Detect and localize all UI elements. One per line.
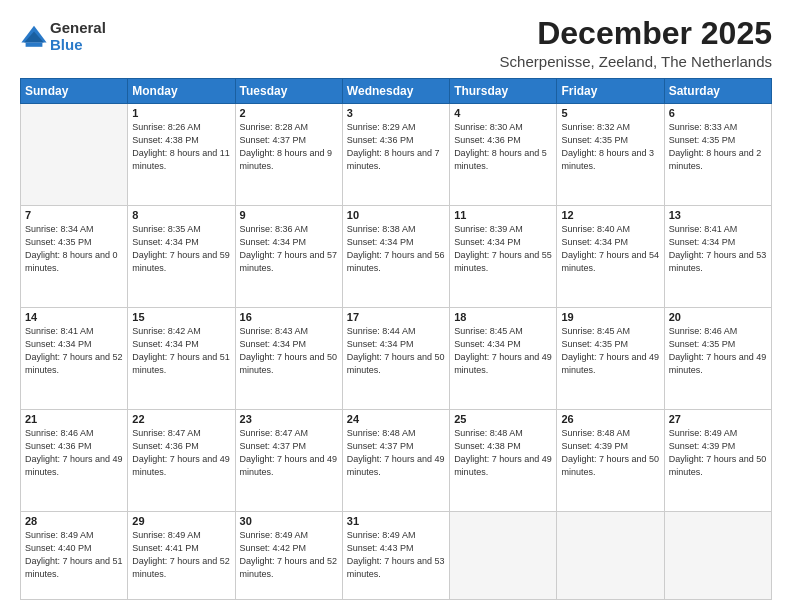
daylight-text: Daylight: 7 hours and 50 minutes.	[669, 454, 767, 477]
table-row: 9 Sunrise: 8:36 AM Sunset: 4:34 PM Dayli…	[235, 206, 342, 308]
sunrise-text: Sunrise: 8:46 AM	[25, 428, 94, 438]
table-row: 6 Sunrise: 8:33 AM Sunset: 4:35 PM Dayli…	[664, 104, 771, 206]
daylight-text: Daylight: 7 hours and 50 minutes.	[561, 454, 659, 477]
daylight-text: Daylight: 7 hours and 51 minutes.	[25, 556, 123, 579]
daylight-text: Daylight: 7 hours and 50 minutes.	[347, 352, 445, 375]
calendar-header-row: Sunday Monday Tuesday Wednesday Thursday…	[21, 79, 772, 104]
sunrise-text: Sunrise: 8:29 AM	[347, 122, 416, 132]
day-number: 31	[347, 515, 445, 527]
sunrise-text: Sunrise: 8:33 AM	[669, 122, 738, 132]
daylight-text: Daylight: 7 hours and 51 minutes.	[132, 352, 230, 375]
day-number: 12	[561, 209, 659, 221]
sunset-text: Sunset: 4:35 PM	[669, 339, 736, 349]
calendar-table: Sunday Monday Tuesday Wednesday Thursday…	[20, 78, 772, 600]
day-number: 28	[25, 515, 123, 527]
daylight-text: Daylight: 8 hours and 2 minutes.	[669, 148, 762, 171]
table-row: 26 Sunrise: 8:48 AM Sunset: 4:39 PM Dayl…	[557, 410, 664, 512]
table-row: 1 Sunrise: 8:26 AM Sunset: 4:38 PM Dayli…	[128, 104, 235, 206]
sunrise-text: Sunrise: 8:45 AM	[454, 326, 523, 336]
day-info: Sunrise: 8:48 AM Sunset: 4:38 PM Dayligh…	[454, 427, 552, 479]
day-info: Sunrise: 8:49 AM Sunset: 4:39 PM Dayligh…	[669, 427, 767, 479]
sunset-text: Sunset: 4:36 PM	[132, 441, 199, 451]
sunset-text: Sunset: 4:39 PM	[561, 441, 628, 451]
col-tuesday: Tuesday	[235, 79, 342, 104]
day-number: 2	[240, 107, 338, 119]
day-info: Sunrise: 8:47 AM Sunset: 4:37 PM Dayligh…	[240, 427, 338, 479]
sunrise-text: Sunrise: 8:35 AM	[132, 224, 201, 234]
day-number: 11	[454, 209, 552, 221]
daylight-text: Daylight: 7 hours and 54 minutes.	[561, 250, 659, 273]
table-row: 11 Sunrise: 8:39 AM Sunset: 4:34 PM Dayl…	[450, 206, 557, 308]
sunrise-text: Sunrise: 8:49 AM	[25, 530, 94, 540]
table-row: 14 Sunrise: 8:41 AM Sunset: 4:34 PM Dayl…	[21, 308, 128, 410]
daylight-text: Daylight: 8 hours and 7 minutes.	[347, 148, 440, 171]
sunset-text: Sunset: 4:37 PM	[240, 441, 307, 451]
sunset-text: Sunset: 4:35 PM	[25, 237, 92, 247]
day-number: 29	[132, 515, 230, 527]
daylight-text: Daylight: 7 hours and 53 minutes.	[347, 556, 445, 579]
sunset-text: Sunset: 4:36 PM	[347, 135, 414, 145]
day-number: 16	[240, 311, 338, 323]
day-number: 23	[240, 413, 338, 425]
sunrise-text: Sunrise: 8:49 AM	[669, 428, 738, 438]
sunrise-text: Sunrise: 8:48 AM	[454, 428, 523, 438]
table-row: 22 Sunrise: 8:47 AM Sunset: 4:36 PM Dayl…	[128, 410, 235, 512]
day-info: Sunrise: 8:36 AM Sunset: 4:34 PM Dayligh…	[240, 223, 338, 275]
table-row: 23 Sunrise: 8:47 AM Sunset: 4:37 PM Dayl…	[235, 410, 342, 512]
day-number: 10	[347, 209, 445, 221]
table-row: 20 Sunrise: 8:46 AM Sunset: 4:35 PM Dayl…	[664, 308, 771, 410]
day-number: 6	[669, 107, 767, 119]
day-number: 8	[132, 209, 230, 221]
sunset-text: Sunset: 4:38 PM	[132, 135, 199, 145]
daylight-text: Daylight: 7 hours and 52 minutes.	[132, 556, 230, 579]
table-row: 29 Sunrise: 8:49 AM Sunset: 4:41 PM Dayl…	[128, 511, 235, 599]
day-info: Sunrise: 8:40 AM Sunset: 4:34 PM Dayligh…	[561, 223, 659, 275]
day-info: Sunrise: 8:44 AM Sunset: 4:34 PM Dayligh…	[347, 325, 445, 377]
day-number: 14	[25, 311, 123, 323]
day-number: 4	[454, 107, 552, 119]
day-info: Sunrise: 8:39 AM Sunset: 4:34 PM Dayligh…	[454, 223, 552, 275]
table-row: 16 Sunrise: 8:43 AM Sunset: 4:34 PM Dayl…	[235, 308, 342, 410]
day-info: Sunrise: 8:49 AM Sunset: 4:41 PM Dayligh…	[132, 529, 230, 581]
sunset-text: Sunset: 4:34 PM	[669, 237, 736, 247]
table-row: 28 Sunrise: 8:49 AM Sunset: 4:40 PM Dayl…	[21, 511, 128, 599]
table-row: 4 Sunrise: 8:30 AM Sunset: 4:36 PM Dayli…	[450, 104, 557, 206]
day-info: Sunrise: 8:45 AM Sunset: 4:35 PM Dayligh…	[561, 325, 659, 377]
day-info: Sunrise: 8:26 AM Sunset: 4:38 PM Dayligh…	[132, 121, 230, 173]
day-number: 22	[132, 413, 230, 425]
table-row	[557, 511, 664, 599]
col-friday: Friday	[557, 79, 664, 104]
svg-rect-2	[26, 42, 43, 46]
day-info: Sunrise: 8:43 AM Sunset: 4:34 PM Dayligh…	[240, 325, 338, 377]
sunset-text: Sunset: 4:34 PM	[347, 237, 414, 247]
sunset-text: Sunset: 4:34 PM	[454, 237, 521, 247]
day-info: Sunrise: 8:41 AM Sunset: 4:34 PM Dayligh…	[669, 223, 767, 275]
sunrise-text: Sunrise: 8:47 AM	[240, 428, 309, 438]
col-thursday: Thursday	[450, 79, 557, 104]
day-info: Sunrise: 8:49 AM Sunset: 4:43 PM Dayligh…	[347, 529, 445, 581]
logo-icon	[20, 23, 48, 51]
calendar-week-row: 28 Sunrise: 8:49 AM Sunset: 4:40 PM Dayl…	[21, 511, 772, 599]
table-row: 13 Sunrise: 8:41 AM Sunset: 4:34 PM Dayl…	[664, 206, 771, 308]
daylight-text: Daylight: 8 hours and 9 minutes.	[240, 148, 333, 171]
sunset-text: Sunset: 4:36 PM	[454, 135, 521, 145]
day-info: Sunrise: 8:30 AM Sunset: 4:36 PM Dayligh…	[454, 121, 552, 173]
table-row: 18 Sunrise: 8:45 AM Sunset: 4:34 PM Dayl…	[450, 308, 557, 410]
day-info: Sunrise: 8:46 AM Sunset: 4:36 PM Dayligh…	[25, 427, 123, 479]
sunset-text: Sunset: 4:40 PM	[25, 543, 92, 553]
sunrise-text: Sunrise: 8:30 AM	[454, 122, 523, 132]
col-sunday: Sunday	[21, 79, 128, 104]
page: General Blue December 2025 Scherpenisse,…	[0, 0, 792, 612]
table-row	[664, 511, 771, 599]
day-info: Sunrise: 8:29 AM Sunset: 4:36 PM Dayligh…	[347, 121, 445, 173]
day-number: 27	[669, 413, 767, 425]
day-number: 13	[669, 209, 767, 221]
calendar-week-row: 7 Sunrise: 8:34 AM Sunset: 4:35 PM Dayli…	[21, 206, 772, 308]
day-number: 7	[25, 209, 123, 221]
sunset-text: Sunset: 4:34 PM	[240, 339, 307, 349]
sunset-text: Sunset: 4:42 PM	[240, 543, 307, 553]
daylight-text: Daylight: 7 hours and 52 minutes.	[240, 556, 338, 579]
day-number: 30	[240, 515, 338, 527]
day-info: Sunrise: 8:35 AM Sunset: 4:34 PM Dayligh…	[132, 223, 230, 275]
sunrise-text: Sunrise: 8:48 AM	[347, 428, 416, 438]
